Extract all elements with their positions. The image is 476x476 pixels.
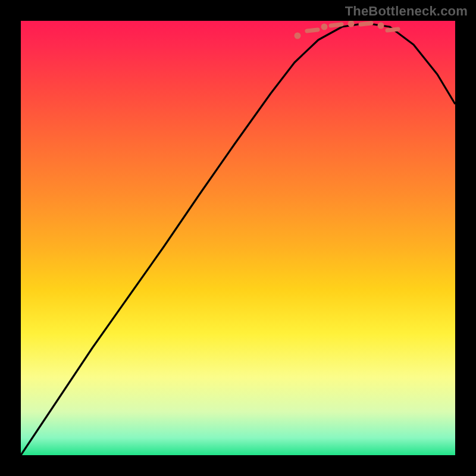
- marker-dash: [331, 24, 342, 26]
- marker-dot: [348, 21, 355, 27]
- watermark-text: TheBottleneck.com: [345, 4, 468, 19]
- chart-frame: TheBottleneck.com: [0, 0, 476, 476]
- chart-svg: [21, 21, 455, 455]
- marker-dot: [321, 24, 328, 30]
- bottleneck-curve: [21, 23, 455, 455]
- marker-dot: [295, 33, 301, 39]
- marker-dot: [378, 23, 384, 29]
- marker-dash: [387, 29, 398, 30]
- marker-dash: [307, 30, 318, 31]
- optimal-zone-markers: [295, 21, 399, 39]
- plot-area: [21, 21, 455, 455]
- marker-dash: [361, 23, 371, 24]
